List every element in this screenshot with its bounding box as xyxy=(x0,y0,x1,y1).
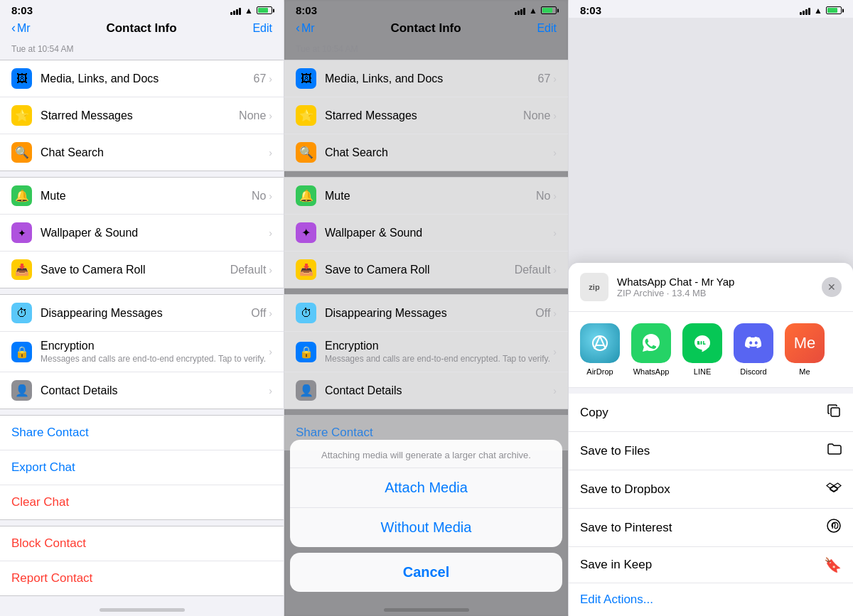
contact-details-icon: 👤 xyxy=(11,380,32,401)
middle-settings-section-3: ⏱ Disappearing Messages Off › 🔒 Encrypti… xyxy=(284,294,568,409)
time-middle: 8:03 xyxy=(296,4,317,16)
save-files-item[interactable]: Save to Files xyxy=(569,432,853,470)
m-mute-row: 🔔 Mute No › xyxy=(284,178,568,215)
report-contact-button[interactable]: Report Contact xyxy=(0,561,284,595)
m-contact-row: 👤 Contact Details › xyxy=(284,372,568,409)
airdrop-icon xyxy=(580,323,620,363)
starred-icon: ⭐ xyxy=(11,105,32,126)
zip-info: WhatsApp Chat - Mr Yap ZIP Archive · 13.… xyxy=(617,276,822,298)
battery-icon-right xyxy=(826,6,842,14)
cancel-button[interactable]: Cancel xyxy=(290,553,562,592)
m-mute-icon: 🔔 xyxy=(296,185,316,206)
back-label-middle: Mr xyxy=(301,22,315,35)
edit-actions-item[interactable]: Edit Actions... xyxy=(569,583,853,616)
m-encryption-label: Encryption xyxy=(325,340,553,352)
nav-bar-middle: ‹ Mr Contact Info Edit xyxy=(284,18,568,41)
encryption-chevron: › xyxy=(269,346,272,357)
line-label: LINE xyxy=(694,367,711,376)
m-contact-icon: 👤 xyxy=(296,380,316,401)
edit-button-left[interactable]: Edit xyxy=(252,22,272,35)
save-files-icon xyxy=(826,441,842,460)
middle-settings-section-2: 🔔 Mute No › ✦ Wallpaper & Sound › 📥 Save… xyxy=(284,177,568,288)
wallpaper-icon: ✦ xyxy=(11,222,32,243)
save-pinterest-item[interactable]: Save to Pinterest xyxy=(569,509,853,547)
media-links-row[interactable]: 🖼 Media, Links, and Docs 67 › xyxy=(0,60,284,97)
m-disappearing-label: Disappearing Messages xyxy=(325,307,535,320)
export-chat-button[interactable]: Export Chat xyxy=(0,450,284,485)
m-encryption-chevron: › xyxy=(553,346,557,357)
status-icons-middle: ▲ xyxy=(515,6,557,16)
nav-bar-left: ‹ Mr Contact Info Edit xyxy=(0,18,284,41)
mute-value: No xyxy=(252,190,266,202)
copy-item[interactable]: Copy xyxy=(569,394,853,432)
starred-chevron: › xyxy=(269,110,272,121)
m-search-label: Chat Search xyxy=(325,146,553,159)
action-section-2: Block Contact Report Contact xyxy=(0,526,284,596)
me-app[interactable]: Me Me xyxy=(782,323,827,376)
camera-roll-row[interactable]: 📥 Save to Camera Roll Default › xyxy=(0,252,284,288)
camera-roll-chevron: › xyxy=(269,264,272,276)
chat-search-label: Chat Search xyxy=(41,146,269,159)
disappearing-row[interactable]: ⏱ Disappearing Messages Off › xyxy=(0,295,284,332)
wifi-icon-middle: ▲ xyxy=(529,6,537,16)
middle-settings-section-1: 🖼 Media, Links, and Docs 67 › ⭐ Starred … xyxy=(284,60,568,171)
save-files-label: Save to Files xyxy=(580,444,826,458)
search-chevron: › xyxy=(269,147,272,158)
encryption-row[interactable]: 🔒 Encryption Messages and calls are end-… xyxy=(0,332,284,372)
without-media-button[interactable]: Without Media xyxy=(290,508,562,547)
save-dropbox-item[interactable]: Save to Dropbox xyxy=(569,470,853,509)
m-wallpaper-label: Wallpaper & Sound xyxy=(325,227,553,239)
back-chevron-left: ‹ xyxy=(11,21,16,36)
m-media-value: 67 xyxy=(538,72,551,85)
save-keep-item[interactable]: Save in Keep 🔖 xyxy=(569,547,853,583)
m-media-label: Media, Links, and Docs xyxy=(325,72,538,85)
starred-messages-row[interactable]: ⭐ Starred Messages None › xyxy=(0,97,284,134)
mute-row[interactable]: 🔔 Mute No › xyxy=(0,178,284,215)
share-sheet: zip WhatsApp Chat - Mr Yap ZIP Archive ·… xyxy=(569,263,853,616)
time-left: 8:03 xyxy=(11,4,33,16)
chat-search-row[interactable]: 🔍 Chat Search › xyxy=(0,134,284,171)
camera-roll-value: Default xyxy=(230,264,267,276)
m-camera-label: Save to Camera Roll xyxy=(325,264,515,276)
media-label: Media, Links, and Docs xyxy=(41,72,254,85)
clear-chat-button[interactable]: Clear Chat xyxy=(0,485,284,519)
whatsapp-app[interactable]: WhatsApp xyxy=(628,323,674,376)
svg-rect-5 xyxy=(701,341,702,345)
back-button-left[interactable]: ‹ Mr xyxy=(11,21,31,36)
attach-media-button[interactable]: Attach Media xyxy=(290,468,562,508)
disappearing-value: Off xyxy=(251,307,266,320)
left-phone-panel: 8:03 ▲ ‹ Mr Contact Info Edit Tue at 10:… xyxy=(0,0,284,616)
starred-value: None xyxy=(239,109,266,122)
edit-button-middle[interactable]: Edit xyxy=(537,22,557,35)
wallpaper-chevron: › xyxy=(269,227,272,239)
share-contact-button[interactable]: Share Contact xyxy=(0,416,284,450)
zip-header: zip WhatsApp Chat - Mr Yap ZIP Archive ·… xyxy=(569,263,853,312)
wifi-icon-right: ▲ xyxy=(814,6,822,16)
encryption-icon: 🔒 xyxy=(11,342,32,362)
m-starred-icon: ⭐ xyxy=(296,105,316,126)
me-icon: Me xyxy=(785,323,825,363)
block-contact-button[interactable]: Block Contact xyxy=(0,526,284,561)
zip-icon: zip xyxy=(580,273,608,301)
keep-icon: 🔖 xyxy=(824,556,842,573)
m-starred-chevron: › xyxy=(553,110,557,121)
m-mute-value: No xyxy=(536,190,550,202)
status-bar-right: 8:03 ▲ xyxy=(569,0,853,18)
m-camera-chevron: › xyxy=(553,264,557,276)
mute-chevron: › xyxy=(269,190,272,202)
alert-sheet: Attaching media will generate a larger c… xyxy=(284,440,568,616)
airdrop-label: AirDrop xyxy=(586,367,613,376)
m-mute-chevron: › xyxy=(553,190,557,202)
line-app[interactable]: LINE xyxy=(680,323,725,376)
m-search-icon: 🔍 xyxy=(296,142,316,163)
svg-rect-6 xyxy=(831,408,839,416)
status-bar-middle: 8:03 ▲ xyxy=(284,0,568,18)
discord-app[interactable]: Discord xyxy=(731,323,776,376)
media-value: 67 xyxy=(254,72,267,85)
contact-details-row[interactable]: 👤 Contact Details › xyxy=(0,372,284,409)
copy-label: Copy xyxy=(580,406,826,420)
back-button-middle[interactable]: ‹ Mr xyxy=(296,21,315,36)
airdrop-app[interactable]: AirDrop xyxy=(577,323,623,376)
wallpaper-row[interactable]: ✦ Wallpaper & Sound › xyxy=(0,215,284,252)
close-button[interactable]: ✕ xyxy=(822,277,842,297)
